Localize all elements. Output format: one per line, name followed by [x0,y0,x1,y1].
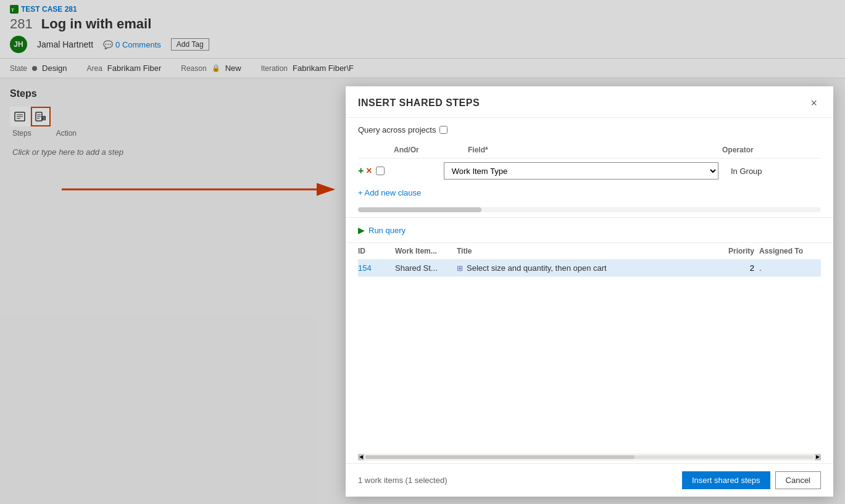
col-field-header: Field* [468,146,722,154]
run-query-section: ▶ Run query [346,217,833,243]
query-builder: And/Or Field* Operator + × Work Item Typ… [346,142,833,202]
run-query-label: Run query [368,226,406,235]
scrollbar-left-button[interactable]: ◀ [358,454,364,460]
result-title-text: Select size and quantity, then open cart [467,263,607,273]
shared-steps-result-icon: ⊞ [457,264,463,273]
insert-shared-steps-modal: INSERT SHARED STEPS × Query across proje… [346,86,833,497]
row-checkbox[interactable] [376,167,385,175]
run-query-button[interactable]: ▶ Run query [358,225,406,235]
query-across-text: Query across projects [358,125,436,134]
query-across-checkbox[interactable] [439,126,447,134]
footer-info: 1 work items (1 selected) [358,476,447,485]
add-clause-button[interactable]: + Add new clause [358,183,821,202]
modal-body: Query across projects And/Or Field* Oper… [346,118,833,463]
insert-shared-steps-confirm-button[interactable]: Insert shared steps [682,471,770,489]
results-header: ID Work Item... Title Priority Assigned … [358,243,821,260]
row-operator: In Group [728,167,821,176]
result-id: 154 [358,263,395,273]
modal-header: INSERT SHARED STEPS × [346,86,833,118]
scrollbar-track [365,455,814,459]
table-row[interactable]: 154 Shared St... ⊞ Select size and quant… [358,260,821,277]
query-header: And/Or Field* Operator [358,142,821,159]
result-assigned: . [759,263,821,273]
col-id-header: ID [358,247,395,255]
row-field: Work Item Type [444,162,718,180]
col-title-header: Title [457,247,711,255]
col-assigned-header: Assigned To [759,247,821,255]
col-priority-header: Priority [711,247,754,255]
modal-close-button[interactable]: × [807,96,821,110]
result-priority: 2 [711,263,754,273]
cancel-button[interactable]: Cancel [775,471,821,489]
col-operator-header: Operator [722,146,821,154]
col-andor-header: And/Or [394,146,468,154]
results-table: ID Work Item... Title Priority Assigned … [358,243,821,453]
row-add-button[interactable]: + [358,166,364,176]
row-actions: + × [358,166,372,176]
horizontal-scrollbar[interactable]: ◀ ▶ [358,453,821,461]
field-select[interactable]: Work Item Type [444,162,718,180]
query-across-label[interactable]: Query across projects [358,125,447,134]
row-remove-button[interactable]: × [366,166,372,176]
scrollbar-thumb [365,455,635,459]
footer-actions: Insert shared steps Cancel [682,471,821,489]
scrollbar-right-button[interactable]: ▶ [815,454,821,460]
query-scrollbar[interactable] [358,207,821,212]
modal-title: INSERT SHARED STEPS [358,97,480,109]
modal-footer: 1 work items (1 selected) Insert shared … [346,463,833,497]
scrollbar-thumb [358,207,481,212]
result-wi: Shared St... [395,263,457,273]
col-wi-header: Work Item... [395,247,457,255]
query-options: Query across projects [346,118,833,142]
result-title: ⊞ Select size and quantity, then open ca… [457,263,711,273]
play-icon: ▶ [358,225,365,235]
query-row-1: + × Work Item Type In Group [358,159,821,183]
